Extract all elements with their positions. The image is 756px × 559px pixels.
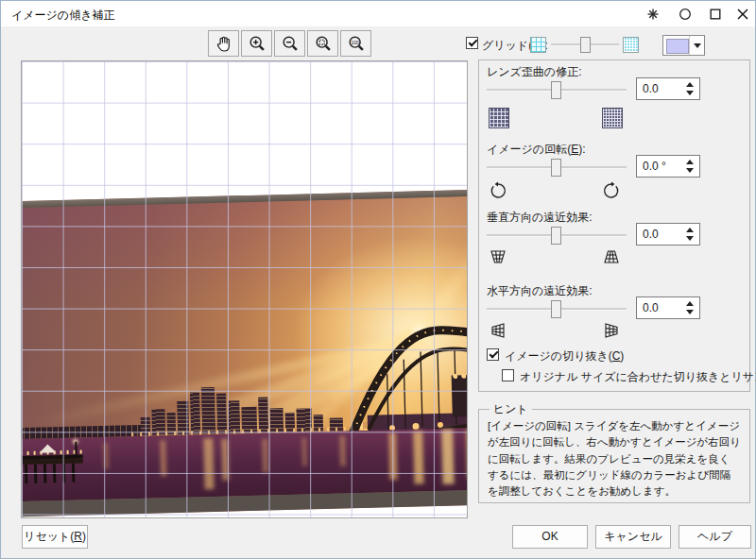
vertical-perspective-slider[interactable] (487, 227, 627, 245)
crop-image-label[interactable]: イメージの切り抜き(C) (505, 348, 624, 364)
spin-down-icon[interactable] (686, 168, 694, 173)
titlebar: イメージの傾き補正 (1, 1, 755, 26)
preview-toolbar: 100 (208, 30, 371, 58)
circle-icon[interactable] (673, 6, 697, 23)
zoom-in-button[interactable] (241, 30, 272, 57)
slider-thumb[interactable] (551, 159, 561, 177)
slider-thumb[interactable] (580, 37, 591, 53)
spin-up-icon[interactable] (686, 160, 694, 164)
spin-up-icon[interactable] (686, 301, 694, 306)
pincushion-distortion-icon (602, 108, 623, 128)
resample-label[interactable]: オリジナル サイズに合わせた切り抜きとリサンプル(S) (520, 369, 756, 385)
rotation-value[interactable]: 0.0 ° (636, 155, 700, 178)
horizontal-perspective-value[interactable]: 0.0 (636, 296, 700, 319)
photo-water (21, 428, 468, 501)
grid-color-picker[interactable] (662, 35, 705, 56)
reset-button[interactable]: リセット(R) (22, 525, 88, 549)
lens-distortion-label: レンズ歪曲の修正: (487, 64, 581, 80)
effects-asterisk-icon[interactable] (641, 6, 665, 23)
perspective-horizontal-left-icon (489, 321, 507, 340)
grid-spacing-slider[interactable] (551, 36, 619, 54)
color-swatch (666, 39, 689, 54)
grid-checkbox[interactable] (466, 37, 478, 49)
rotation-label: イメージの回転(E): (487, 142, 585, 158)
perspective-horizontal-right-icon (602, 321, 621, 340)
rotate-cw-icon (602, 181, 621, 200)
dialog-title: イメージの傾き補正 (11, 8, 114, 24)
zoom-out-icon (281, 34, 300, 53)
rotate-ccw-icon (489, 181, 507, 200)
svg-text:100: 100 (351, 40, 359, 45)
vertical-perspective-value[interactable]: 0.0 (636, 223, 700, 246)
pan-tool-button[interactable] (208, 30, 239, 57)
grid-coarse-icon (530, 37, 546, 53)
hint-legend: ヒント (490, 401, 532, 417)
straighten-image-dialog: イメージの傾き補正 (0, 0, 756, 559)
vertical-perspective-label: 垂直方向の遠近効果: (487, 210, 593, 226)
grid-fine-icon (623, 37, 639, 53)
zoom-out-button[interactable] (274, 30, 305, 57)
hint-groupbox: ヒント [イメージの回転] スライダを左へ動かすとイメージが左回りに回転し、右へ… (478, 401, 750, 503)
spin-up-icon[interactable] (686, 82, 694, 87)
zoom-100-button[interactable]: 100 (340, 30, 371, 57)
maximize-icon[interactable] (703, 6, 728, 23)
spin-down-icon[interactable] (686, 236, 694, 241)
spin-down-icon[interactable] (686, 310, 694, 314)
rotation-slider[interactable] (487, 159, 627, 177)
cancel-button[interactable]: キャンセル (595, 525, 671, 549)
chevron-down-icon[interactable] (689, 36, 704, 55)
resample-checkbox[interactable] (502, 369, 514, 381)
slider-thumb[interactable] (551, 81, 561, 99)
pan-hand-icon (215, 34, 233, 53)
crop-image-checkbox[interactable] (487, 348, 499, 361)
horizontal-perspective-slider[interactable] (487, 300, 627, 318)
lens-distortion-section: レンズ歪曲の修正: 0.0 (487, 64, 744, 140)
spin-up-icon[interactable] (686, 228, 694, 232)
rotation-section: イメージの回転(E): 0.0 ° (487, 142, 744, 217)
ok-button[interactable]: OK (512, 525, 588, 549)
perspective-vertical-far-icon (602, 247, 621, 266)
horizontal-perspective-label: 水平方向の遠近効果: (487, 283, 593, 299)
zoom-100-icon: 100 (347, 34, 366, 53)
slider-thumb[interactable] (551, 300, 561, 318)
hint-text: [イメージの回転] スライダを左へ動かすとイメージが左回りに回転し、右へ動かすと… (488, 418, 741, 500)
zoom-in-icon (248, 34, 266, 53)
controls-groupbox: レンズ歪曲の修正: 0.0 イメージの回転(E): 0.0 ° (478, 59, 750, 392)
perspective-vertical-near-icon (489, 247, 507, 266)
lens-distortion-slider[interactable] (487, 81, 627, 99)
barrel-distortion-icon (489, 108, 509, 128)
lens-distortion-value[interactable]: 0.0 (636, 77, 700, 100)
preview-image (21, 190, 468, 517)
spin-down-icon[interactable] (686, 91, 694, 95)
zoom-to-fit-button[interactable] (307, 30, 338, 57)
close-icon[interactable] (730, 6, 755, 23)
help-button[interactable]: ヘルプ (679, 525, 751, 549)
horizontal-perspective-section: 水平方向の遠近効果: 0.0 (487, 283, 744, 359)
preview-canvas[interactable] (21, 60, 468, 518)
slider-thumb[interactable] (551, 227, 561, 245)
zoom-to-fit-icon (314, 34, 333, 53)
vertical-perspective-section: 垂直方向の遠近効果: 0.0 (487, 210, 744, 285)
